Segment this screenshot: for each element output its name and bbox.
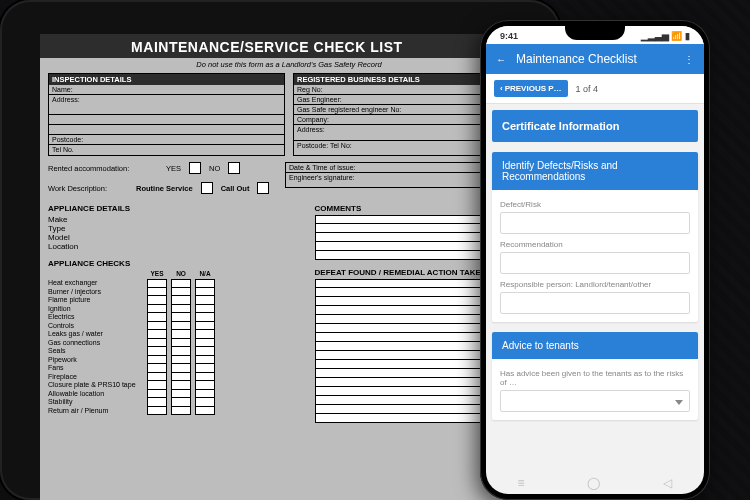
signal-icon: ▁▂▃▅ <box>641 31 669 41</box>
form-title: MAINTENANCE/SERVICE CHECK LIST <box>48 39 486 55</box>
appliance-detail-row: Location <box>48 242 307 251</box>
battery-icon: ▮ <box>685 31 690 41</box>
recommendation-input[interactable] <box>500 252 690 274</box>
form-note: Do not use this form as a Landlord's Gas… <box>40 58 538 71</box>
routine-checkbox[interactable] <box>201 182 213 194</box>
yes-checkbox[interactable] <box>189 162 201 174</box>
work-desc-row: Work Description: Routine Service Call O… <box>40 178 285 198</box>
responsible-person-input[interactable] <box>500 292 690 314</box>
field-label: Recommendation <box>500 240 690 249</box>
phone-screen: 9:41 ▁▂▃▅ 📶 ▮ ← Maintenance Checklist ⋮ … <box>486 26 704 494</box>
defects-card-header: Identify Defects/Risks and Recommendatio… <box>492 152 698 190</box>
nav-bar: ≡ ◯ ◁ <box>486 476 704 490</box>
paper-form: MAINTENANCE/SERVICE CHECK LIST Report Re… <box>40 34 538 500</box>
previous-page-button[interactable]: ‹ PREVIOUS P… <box>494 80 568 97</box>
app-bar: ← Maintenance Checklist ⋮ <box>486 44 704 74</box>
advice-select[interactable] <box>500 390 690 412</box>
inspection-details-box: INSPECTION DETAILS Name: Address: Postco… <box>48 73 285 156</box>
back-icon[interactable]: ← <box>496 54 506 65</box>
phone-device: 9:41 ▁▂▃▅ 📶 ▮ ← Maintenance Checklist ⋮ … <box>480 20 710 500</box>
callout-checkbox[interactable] <box>257 182 269 194</box>
no-checkbox[interactable] <box>228 162 240 174</box>
appliance-detail-row: Make <box>48 215 307 224</box>
rented-row: Rented accommodation: YES NO <box>40 158 285 178</box>
phone-notch <box>565 26 625 40</box>
page-count: 1 of 4 <box>576 84 599 94</box>
pager-row: ‹ PREVIOUS P… 1 of 4 <box>486 74 704 104</box>
field-label: Responsible person: Landlord/tenant/othe… <box>500 280 690 289</box>
nav-back-icon[interactable]: ◁ <box>663 476 672 490</box>
appliance-checks-h: APPLIANCE CHECKS <box>48 259 307 268</box>
tablet-device: MAINTENANCE/SERVICE CHECK LIST Report Re… <box>0 0 560 500</box>
appliance-detail-row: Type <box>48 224 307 233</box>
screen-title: Maintenance Checklist <box>516 52 674 66</box>
field-label: Defect/Risk <box>500 200 690 209</box>
wifi-icon: 📶 <box>671 31 682 41</box>
advice-card-header: Advice to tenants <box>492 332 698 359</box>
appliance-detail-row: Model <box>48 233 307 242</box>
defects-card: Identify Defects/Risks and Recommendatio… <box>492 152 698 322</box>
more-icon[interactable]: ⋮ <box>684 54 694 65</box>
status-time: 9:41 <box>500 31 518 41</box>
chevron-left-icon: ‹ <box>500 84 503 93</box>
defect-risk-input[interactable] <box>500 212 690 234</box>
cert-info-section[interactable]: Certificate Information <box>492 110 698 142</box>
advice-card: Advice to tenants Has advice been given … <box>492 332 698 420</box>
status-icons: ▁▂▃▅ 📶 ▮ <box>641 31 690 41</box>
nav-recent-icon[interactable]: ≡ <box>517 476 524 490</box>
nav-home-icon[interactable]: ◯ <box>587 476 600 490</box>
checks-table: Heat exchangerBurner / injectors Flame p… <box>48 270 307 415</box>
field-label: Has advice been given to the tenants as … <box>500 369 690 387</box>
appliance-details-h: APPLIANCE DETAILS <box>48 204 307 213</box>
